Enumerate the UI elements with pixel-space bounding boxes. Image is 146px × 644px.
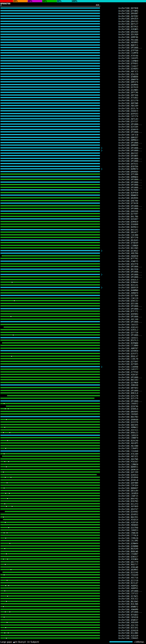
hit-bar[interactable]	[0, 8, 100, 9]
hit-label[interactable]: UniRef100_UP1000...	[118, 150, 142, 152]
hit-bar[interactable]	[0, 495, 100, 496]
hit-bar[interactable]	[0, 466, 100, 468]
hit-bar[interactable]	[0, 522, 100, 523]
hit-bar[interactable]	[0, 68, 100, 69]
hit-bar[interactable]	[0, 408, 100, 410]
hit-bar[interactable]	[0, 192, 100, 193]
hit-label[interactable]: UniRef100_C5GU49	[118, 574, 138, 576]
hit-bar[interactable]	[0, 430, 100, 431]
hit-label[interactable]: UniRef100_Q9F5H6	[118, 94, 138, 96]
hit-label[interactable]: UniRef100_B9KIL0	[118, 392, 138, 394]
hit-bar[interactable]	[0, 26, 100, 27]
hit-bar[interactable]	[0, 638, 100, 639]
hit-label[interactable]: UniRef100_A5EWK4	[118, 558, 138, 560]
hit-label[interactable]: UniRef100_Q94YV5	[118, 20, 138, 22]
hit-bar[interactable]	[0, 374, 100, 375]
hit-bar[interactable]	[0, 195, 100, 196]
hit-bar[interactable]	[0, 593, 100, 594]
hit-label[interactable]: UniRef100_Q3Y537	[118, 120, 138, 123]
hit-label[interactable]: UniRef100_Q4E706	[118, 200, 138, 202]
hit-bar[interactable]	[0, 566, 100, 568]
hit-bar[interactable]	[0, 224, 100, 225]
hit-label[interactable]: UniRef100_Q6P2W0	[118, 102, 138, 104]
hit-bar[interactable]	[0, 226, 100, 228]
hit-label[interactable]: UniRef100_A6X4P5	[118, 442, 138, 444]
hit-label[interactable]: UniRef100_Q7P0X1	[118, 62, 138, 65]
hit-bar[interactable]	[0, 611, 100, 612]
hit-label[interactable]: UniRef100_C9V8Y2	[118, 402, 138, 405]
hit-label[interactable]: UniRef100_C7JRM9	[118, 344, 138, 347]
hit-bar[interactable]	[3, 519, 100, 520]
hit-bar[interactable]	[0, 524, 100, 526]
hit-bar[interactable]	[0, 445, 100, 446]
hit-label[interactable]: UniRef100_B2GCX0	[118, 440, 138, 442]
hit-label[interactable]: UniRef100_A9CJ48	[118, 318, 138, 320]
hit-label[interactable]: UniRef100_Q21270	[118, 100, 138, 102]
hit-bar[interactable]	[0, 100, 100, 101]
hit-label[interactable]: UniRef100_UP1000...	[118, 186, 142, 189]
hit-label[interactable]: UniRef100_UP1000...	[118, 334, 142, 336]
hit-label[interactable]: UniRef100_Q1YN68	[118, 382, 138, 384]
hit-bar[interactable]	[0, 10, 100, 12]
hit-label[interactable]: UniRef100_C9F1C0	[118, 134, 138, 136]
hit-bar[interactable]	[0, 200, 100, 201]
hit-bar[interactable]	[0, 23, 100, 24]
hit-bar[interactable]	[0, 66, 100, 67]
hit-bar[interactable]	[0, 332, 100, 333]
hit-bar[interactable]	[0, 624, 100, 626]
hit-bar[interactable]	[0, 144, 100, 146]
hit-label[interactable]: UniRef100_B7GQ63	[118, 614, 138, 616]
hit-label[interactable]: UniRef100_Q2TUD5	[118, 363, 138, 365]
hit-bar[interactable]	[0, 464, 100, 465]
hit-bar[interactable]	[0, 208, 100, 209]
hit-label[interactable]: UniRef100_UP1000...	[118, 158, 142, 160]
hit-label[interactable]: UniRef100_B1LUN4	[118, 632, 138, 634]
hit-bar[interactable]	[0, 284, 100, 286]
hit-bar[interactable]	[0, 213, 100, 214]
hit-label[interactable]: UniRef100_C8SM59	[118, 492, 138, 494]
hit-bar[interactable]	[0, 211, 100, 212]
hit-bar[interactable]	[0, 558, 100, 560]
hit-label[interactable]: UniRef100_C3KIJ9	[118, 297, 138, 300]
hit-bar[interactable]	[0, 187, 100, 188]
hit-bar[interactable]	[0, 152, 100, 154]
hit-label[interactable]: UniRef100_B8RR51	[118, 466, 138, 468]
hit-bar[interactable]	[0, 84, 100, 85]
hit-bar[interactable]	[0, 290, 100, 291]
hit-bar[interactable]	[0, 601, 100, 602]
hit-label[interactable]: UniRef100_C6R929	[118, 434, 138, 436]
hit-bar[interactable]	[0, 292, 100, 294]
hit-bar[interactable]	[0, 147, 100, 148]
hit-bar[interactable]	[0, 364, 100, 364]
hit-label[interactable]: UniRef100_B6GYD1	[118, 516, 138, 518]
hit-label[interactable]: UniRef100_UP1000...	[118, 316, 142, 318]
hit-label[interactable]: UniRef100_C1A8J7	[118, 65, 138, 68]
hit-label[interactable]: UniRef100_B6JGW3	[118, 600, 138, 603]
hit-label[interactable]: UniRef100_C9NRF9	[118, 437, 138, 439]
hit-label[interactable]: UniRef100_Q6UMX5	[118, 568, 138, 571]
hit-label[interactable]: UniRef100_Q3S270	[118, 395, 138, 397]
hit-label[interactable]: UniRef100_Q7QE69	[118, 242, 138, 244]
hit-label[interactable]: UniRef100_UP1000...	[118, 147, 142, 149]
hit-label[interactable]: UniRef100_B4J2W3	[118, 247, 138, 249]
hit-bar[interactable]	[0, 616, 100, 618]
hit-label[interactable]: UniRef100_B3P958	[118, 192, 138, 194]
hit-bar[interactable]	[0, 50, 100, 51]
hit-label[interactable]: UniRef100_Q4UMX6	[118, 84, 138, 86]
hit-bar[interactable]	[0, 55, 100, 56]
hit-bar[interactable]	[0, 232, 100, 233]
hit-bar[interactable]	[0, 353, 100, 354]
hit-label[interactable]: UniRef100_A6YEB2	[118, 15, 138, 17]
hit-bar[interactable]	[0, 422, 100, 423]
hit-bar[interactable]	[0, 274, 100, 275]
hit-label[interactable]: UniRef100_Q17WZ1	[118, 595, 138, 598]
hit-label[interactable]: UniRef100_A9WAM9	[118, 608, 138, 611]
hit-bar[interactable]	[0, 356, 100, 357]
hit-label[interactable]: UniRef100_B0B7C1	[118, 44, 138, 46]
hit-bar[interactable]	[0, 387, 100, 388]
hit-label[interactable]: UniRef100_A5DLW8	[118, 566, 138, 568]
hit-label[interactable]: UniRef100_Q1HX02	[118, 510, 138, 513]
hit-label[interactable]: UniRef100_A5GD14	[118, 518, 138, 521]
hit-bar[interactable]	[0, 384, 100, 386]
hit-label[interactable]: UniRef100_B3CLH1	[118, 284, 138, 286]
